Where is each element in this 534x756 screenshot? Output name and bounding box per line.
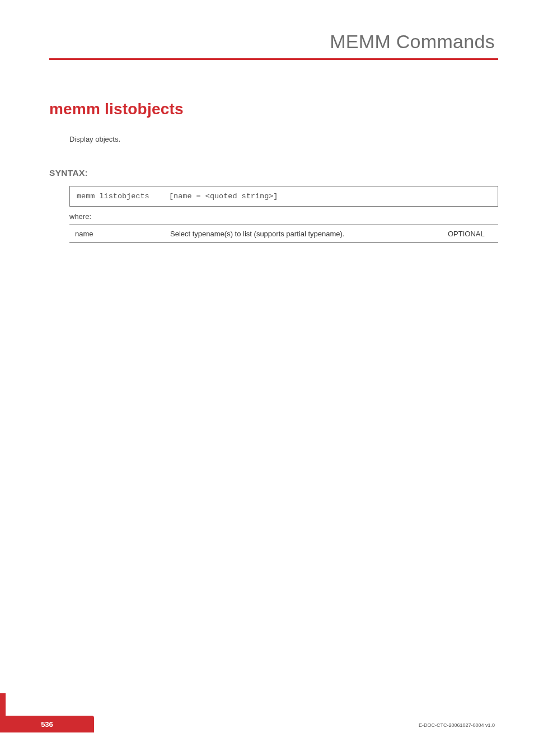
page-number-tab: 536 [0, 716, 94, 732]
param-name: name [69, 225, 165, 243]
param-optional: OPTIONAL [442, 225, 498, 243]
page-footer: 536 E-DOC-CTC-20061027-0004 v1.0 [0, 716, 534, 732]
chapter-title: MEMM Commands [49, 31, 498, 53]
table-row: name Select typename(s) to list (support… [69, 225, 498, 243]
param-desc: Select typename(s) to list (supports par… [165, 225, 442, 243]
page-number: 536 [41, 720, 53, 729]
command-description: Display objects. [69, 135, 498, 143]
syntax-box: memm listobjects [name = <quoted string>… [69, 186, 498, 207]
syntax-args: [name = <quoted string>] [169, 192, 278, 200]
header-divider [49, 58, 498, 60]
where-label: where: [69, 212, 498, 221]
parameter-table: name Select typename(s) to list (support… [69, 225, 498, 243]
command-title: memm listobjects [49, 100, 498, 118]
doc-reference: E-DOC-CTC-20061027-0004 v1.0 [419, 722, 495, 728]
syntax-command: memm listobjects [77, 192, 169, 200]
syntax-label: SYNTAX: [49, 168, 498, 178]
